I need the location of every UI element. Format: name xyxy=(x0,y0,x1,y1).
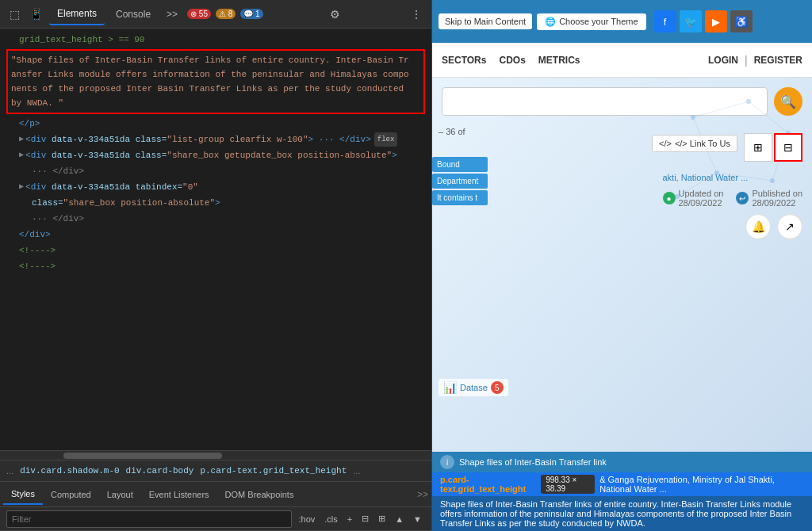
card-jal-shakti: akti, National Water ... xyxy=(663,173,803,182)
nav-cdos[interactable]: CDOs xyxy=(499,55,525,66)
code-line-text: "Shape files of Inter-Basin Transfer lin… xyxy=(11,52,420,111)
tab-computed[interactable]: Computed xyxy=(43,485,99,504)
sidebar-contains[interactable]: It contains t xyxy=(432,190,488,205)
link-to-us-button[interactable]: </> </> Link To Us xyxy=(652,135,737,152)
nav-login[interactable]: LOGIN xyxy=(708,55,738,66)
svg-line-6 xyxy=(693,101,749,117)
tab-dom-breakpoints[interactable]: DOM Breakpoints xyxy=(217,485,302,504)
devtools-panel: ⬚ 📱 Elements Console >> ⊗ 55 ⚠ 8 💬 1 ⚙ ⋮… xyxy=(0,0,432,531)
published-date: ↩ Published on 28/09/2022 xyxy=(736,189,802,208)
code-line: ··· </div> xyxy=(0,211,431,227)
device-icon[interactable]: 📱 xyxy=(26,5,46,24)
dom-breadcrumb: ... div.card.shadow.m-0 div.card-body p.… xyxy=(0,460,431,482)
card-text-preview: & Ganga Rejuvenation, Ministry of Jal Sh… xyxy=(599,475,804,494)
element-title: Shape files of Inter-Basin Transfer link xyxy=(459,457,607,467)
breadcrumb-p-card-text[interactable]: p.card-text.grid_text_height xyxy=(200,466,347,476)
warning-icon: ⚠ xyxy=(219,10,226,18)
twitter-icon[interactable]: 🐦 xyxy=(680,10,702,32)
nav-metrics[interactable]: METRICs xyxy=(538,55,580,66)
card-meta-area: akti, National Water ... ● Updated on 28… xyxy=(663,173,803,239)
code-line: <!----> xyxy=(0,243,431,258)
code-line: </p> xyxy=(0,116,431,132)
dataset-icon: 📊 xyxy=(443,381,457,394)
tab-layout[interactable]: Layout xyxy=(99,485,141,504)
share-button[interactable]: ↗ xyxy=(777,214,802,239)
filter-icon-1[interactable]: ⊟ xyxy=(358,512,372,525)
more-options-icon[interactable]: ⋮ xyxy=(408,5,425,24)
dataset-indicator: 📊 Datase 5 xyxy=(439,379,508,396)
warning-badge: ⚠ 8 xyxy=(216,9,236,19)
expand-icon[interactable]: ▶ xyxy=(19,148,24,162)
filter-icon-2[interactable]: ⊞ xyxy=(375,512,389,525)
expand-icon[interactable]: ▶ xyxy=(19,180,24,194)
top-navigation: Skip to Main Content 🌐 Choose your Theme… xyxy=(432,0,812,43)
styles-tabs-bar: Styles Computed Layout Event Listeners D… xyxy=(0,482,431,507)
bottom-info: i Shape files of Inter-Basin Transfer li… xyxy=(432,452,812,531)
svg-line-7 xyxy=(749,101,788,133)
styles-more-icon[interactable]: >> xyxy=(417,489,428,500)
published-label: Published on xyxy=(752,189,802,198)
action-buttons: 🔔 ↗ xyxy=(663,214,803,239)
tab-console[interactable]: Console xyxy=(108,4,159,25)
filter-scroll-down[interactable]: ▼ xyxy=(410,513,425,525)
view-toggle: ⊞ ⊟ xyxy=(744,133,802,162)
code-editor[interactable]: grid_text_height > == 90 "Shape files of… xyxy=(0,29,431,450)
breadcrumb-more[interactable]: ... xyxy=(6,466,13,476)
code-line: ▶ <div data-v-334a51da class= "share_box… xyxy=(0,147,431,163)
devtools-toolbar: ⬚ 📱 Elements Console >> ⊗ 55 ⚠ 8 💬 1 ⚙ ⋮ xyxy=(0,0,431,29)
main-navigation: SECTORs CDOs METRICs LOGIN | REGISTER xyxy=(432,43,812,78)
styles-filter-bar: :hov .cls + ⊟ ⊞ ▲ ▼ xyxy=(0,507,431,531)
filter-input[interactable] xyxy=(6,510,292,528)
updated-date: ● Updated on 28/09/2022 xyxy=(663,189,724,208)
updated-label: Updated on xyxy=(679,189,724,198)
tab-event-listeners[interactable]: Event Listeners xyxy=(141,485,217,504)
text-preview: Shape files of Inter-Basin Transfer link… xyxy=(440,499,791,528)
grid-view-btn[interactable]: ⊞ xyxy=(744,133,772,162)
more-tabs-btn[interactable]: >> xyxy=(162,6,182,23)
inspect-icon[interactable]: ⬚ xyxy=(6,5,23,24)
filter-cls-btn[interactable]: .cls xyxy=(321,513,341,525)
nav-separator: | xyxy=(745,54,748,67)
filter-add-btn[interactable]: + xyxy=(344,513,355,525)
nav-register[interactable]: REGISTER xyxy=(754,55,802,66)
published-date-value: 28/09/2022 xyxy=(752,198,802,208)
breadcrumb-card[interactable]: div.card.shadow.m-0 xyxy=(20,466,119,476)
facebook-icon[interactable]: f xyxy=(654,10,676,32)
message-badge: 💬 1 xyxy=(240,9,262,19)
filter-hov-btn[interactable]: :hov xyxy=(295,513,318,525)
settings-icon[interactable]: ⚙ xyxy=(327,5,343,24)
page-range: – 36 of xyxy=(432,125,472,138)
filter-scroll-up[interactable]: ▲ xyxy=(392,513,407,525)
published-icon: ↩ xyxy=(736,192,749,204)
element-size: 998.33 × 38.39 xyxy=(541,475,595,494)
tab-styles[interactable]: Styles xyxy=(3,484,43,505)
code-line: ··· </div> xyxy=(0,163,431,179)
tab-elements[interactable]: Elements xyxy=(49,3,105,25)
dataset-num: 5 xyxy=(491,381,504,394)
highlighted-code-block: "Shape files of Inter-Basin Transfer lin… xyxy=(6,49,425,114)
expand-icon[interactable]: ▶ xyxy=(19,132,24,147)
bell-button[interactable]: 🔔 xyxy=(745,214,771,239)
horizontal-scrollbar[interactable] xyxy=(0,450,431,460)
list-view-btn[interactable]: ⊟ xyxy=(774,133,802,162)
breadcrumb-end[interactable]: ... xyxy=(353,466,360,476)
social-links: f 🐦 ▶ ♿ xyxy=(654,10,753,32)
website-panel: Skip to Main Content 🌐 Choose your Theme… xyxy=(432,0,812,531)
updated-date-value: 28/09/2022 xyxy=(679,198,724,208)
choose-theme-button[interactable]: 🌐 Choose your Theme xyxy=(537,13,645,30)
code-line: ▶ <div data-v-334a51da class= "list-grou… xyxy=(0,132,431,147)
nav-sectors[interactable]: SECTORs xyxy=(442,55,486,66)
error-badge: ⊗ 55 xyxy=(187,9,211,19)
card-dates: ● Updated on 28/09/2022 ↩ Published on 2… xyxy=(663,189,803,208)
element-info-bar: i Shape files of Inter-Basin Transfer li… xyxy=(432,452,812,472)
error-icon: ⊗ xyxy=(190,10,197,18)
skip-to-main-link[interactable]: Skip to Main Content xyxy=(439,13,532,29)
dataset-label: Datase xyxy=(460,383,488,392)
sidebar-bound[interactable]: Bound xyxy=(432,157,488,172)
sidebar-department[interactable]: Department xyxy=(432,174,488,189)
scrollbar-thumb[interactable] xyxy=(63,453,222,459)
code-line: </div> xyxy=(0,227,431,243)
accessibility-icon[interactable]: ♿ xyxy=(730,10,753,32)
breadcrumb-card-body[interactable]: div.card-body xyxy=(126,466,194,476)
rss-icon[interactable]: ▶ xyxy=(705,10,727,32)
